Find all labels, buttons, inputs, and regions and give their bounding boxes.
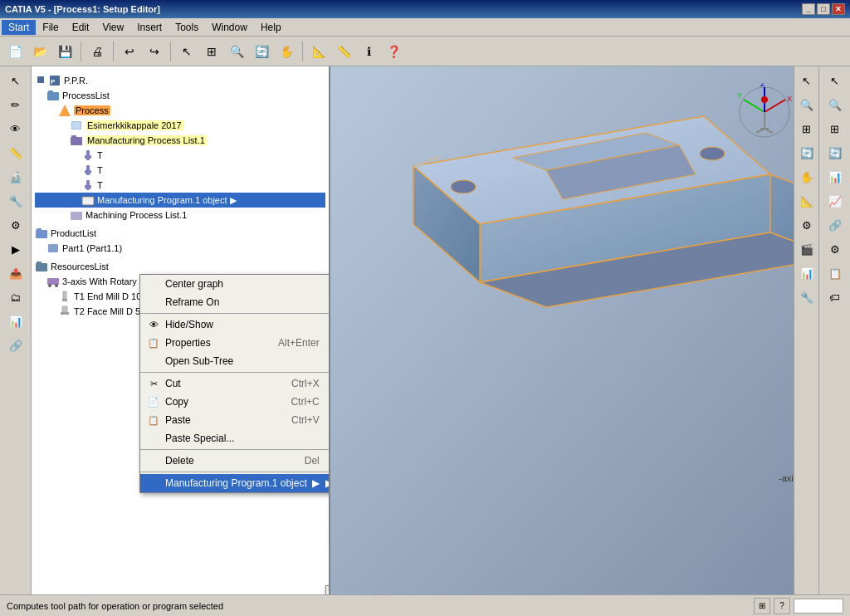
tree-panel[interactable]: P P.P.R. ProcessList Process: [32, 66, 330, 594]
toolbar-new[interactable]: 📄: [3, 40, 27, 63]
svg-rect-23: [47, 278, 59, 285]
sidebar-icon-misc2[interactable]: 📊: [5, 310, 27, 332]
ctx-cut[interactable]: ✂ Cut Ctrl+X: [140, 374, 330, 393]
vp-tool-3[interactable]: ⊞: [796, 118, 818, 139]
tree-item-part1[interactable]: Part1 (Part1.1): [35, 241, 325, 256]
tree-item-productlist[interactable]: ProductList: [35, 226, 325, 241]
minimize-button[interactable]: _: [802, 3, 815, 15]
ctx-properties-label: Properties: [165, 337, 211, 349]
sidebar-icon-misc3[interactable]: 🔗: [5, 335, 27, 356]
rs-icon-1[interactable]: ↖: [824, 70, 846, 91]
menu-tools[interactable]: Tools: [169, 20, 205, 35]
tree-item-esimerkkikappale[interactable]: Esimerkkikappale 2017: [35, 118, 325, 133]
toolbar-select[interactable]: ↖: [175, 40, 198, 63]
t3-icon: [81, 178, 95, 192]
ctx-copy-shortcut: Ctrl+C: [291, 396, 319, 408]
toolbar-zoom-fit[interactable]: ⊞: [200, 40, 223, 63]
toolbar-print[interactable]: 🖨: [85, 40, 109, 63]
svg-rect-22: [37, 262, 42, 265]
rs-icon-5[interactable]: 📊: [824, 166, 846, 188]
svg-rect-29: [61, 312, 69, 315]
sidebar-icon-sketch[interactable]: ✏: [5, 94, 27, 115]
ctx-delete-icon: [147, 454, 160, 467]
toolbar-open[interactable]: 📂: [28, 40, 51, 63]
ctx-copy-icon: 📄: [147, 395, 160, 408]
toolbar-pan[interactable]: ✋: [275, 40, 298, 63]
menu-edit[interactable]: Edit: [66, 20, 96, 35]
rs-icon-10[interactable]: 🏷: [824, 286, 846, 308]
toolbar-redo[interactable]: ↪: [143, 40, 166, 63]
menu-file[interactable]: File: [36, 20, 65, 35]
vp-tool-5[interactable]: ✋: [796, 166, 818, 188]
rs-icon-3[interactable]: ⊞: [824, 118, 846, 139]
ctx-mfg-program-icon: [147, 477, 160, 490]
ctx-paste-special[interactable]: Paste Special...: [140, 429, 330, 447]
vp-tool-2[interactable]: 🔍: [796, 94, 818, 115]
tree-item-ppr[interactable]: P P.P.R.: [35, 73, 325, 88]
toolbar-snap[interactable]: 📐: [307, 40, 330, 63]
toolbar-help[interactable]: ❓: [382, 40, 405, 63]
menu-help[interactable]: Help: [254, 20, 288, 35]
sidebar-icon-misc1[interactable]: 🗂: [5, 286, 27, 308]
sidebar-icon-nc[interactable]: ⚙: [5, 214, 27, 236]
toolbar-undo[interactable]: ↩: [118, 40, 141, 63]
tree-item-resourceslist[interactable]: ResourcesList: [35, 259, 325, 274]
svg-text:Y: Y: [737, 91, 742, 100]
ctx-hide-show[interactable]: 👁 Hide/Show: [140, 315, 330, 334]
status-btn-2[interactable]: ?: [774, 598, 790, 614]
menu-insert[interactable]: Insert: [130, 20, 169, 35]
vp-tool-10[interactable]: 🔧: [796, 286, 818, 308]
rs-icon-9[interactable]: 📋: [824, 262, 846, 284]
tree-item-t2[interactable]: T: [35, 163, 325, 178]
rs-icon-6[interactable]: 📈: [824, 190, 846, 212]
sidebar-icon-measure[interactable]: 📏: [5, 142, 27, 164]
ctx-properties[interactable]: 📋 Properties Alt+Enter: [140, 334, 330, 352]
menu-view[interactable]: View: [95, 20, 130, 35]
close-button[interactable]: ✕: [832, 3, 845, 15]
vp-tool-4[interactable]: 🔄: [796, 142, 818, 164]
rs-icon-2[interactable]: 🔍: [824, 94, 846, 115]
sidebar-icon-output[interactable]: 📤: [5, 262, 27, 284]
part1-icon: [46, 242, 60, 255]
ctx-delete[interactable]: Delete Del: [140, 452, 330, 470]
toolbar-zoom-in[interactable]: 🔍: [225, 40, 248, 63]
sidebar-icon-analyze[interactable]: 🔬: [5, 166, 27, 188]
sidebar-icon-tools[interactable]: 🔧: [5, 190, 27, 212]
toolbar-rotate[interactable]: 🔄: [250, 40, 273, 63]
tree-item-mfg-list[interactable]: Manufacturing Process List.1: [35, 133, 325, 148]
ctx-reframe-on[interactable]: Reframe On: [140, 293, 330, 311]
ctx-copy[interactable]: 📄 Copy Ctrl+C: [140, 393, 330, 411]
vp-tool-6[interactable]: 📐: [796, 190, 818, 212]
tree-item-mfg-program[interactable]: Manufacturing Program.1 object ▶: [35, 193, 325, 208]
svg-line-60: [744, 100, 765, 112]
vp-tool-7[interactable]: ⚙: [796, 214, 818, 236]
viewport[interactable]: -axis for Part Operation.1 X Y Z: [330, 66, 818, 594]
status-btn-1[interactable]: ⊞: [754, 598, 770, 614]
svg-rect-26: [63, 291, 66, 300]
vp-tool-9[interactable]: 📊: [796, 262, 818, 284]
toolbar-info[interactable]: ℹ: [357, 40, 380, 63]
rs-icon-4[interactable]: 🔄: [824, 142, 846, 164]
sidebar-icon-view[interactable]: 👁: [5, 118, 27, 139]
ctx-paste[interactable]: 📋 Paste Ctrl+V: [140, 411, 330, 429]
sidebar-icon-select[interactable]: ↖: [5, 70, 27, 91]
tree-item-mfg-list-link[interactable]: Machining Process List.1: [35, 208, 325, 222]
tree-item-t3[interactable]: T: [35, 178, 325, 193]
toolbar-measure[interactable]: 📏: [332, 40, 355, 63]
vp-tool-1[interactable]: ↖: [796, 70, 818, 91]
tree-item-process[interactable]: Process: [35, 103, 325, 118]
ctx-open-subtree[interactable]: Open Sub-Tree: [140, 352, 330, 370]
ctx-mfg-program-obj[interactable]: Manufacturing Program.1 object ▶: [140, 474, 330, 492]
tree-item-t1[interactable]: T: [35, 148, 325, 163]
toolbar-save[interactable]: 💾: [53, 40, 76, 63]
ctx-center-graph[interactable]: Center graph: [140, 275, 330, 293]
t3-label: T: [97, 180, 103, 190]
rs-icon-8[interactable]: ⚙: [824, 238, 846, 260]
maximize-button[interactable]: □: [817, 3, 830, 15]
menu-start[interactable]: Start: [2, 20, 36, 35]
menu-window[interactable]: Window: [205, 20, 254, 35]
tree-item-processlist[interactable]: ProcessList: [35, 88, 325, 103]
vp-tool-8[interactable]: 🎬: [796, 238, 818, 260]
rs-icon-7[interactable]: 🔗: [824, 214, 846, 236]
sidebar-icon-sim[interactable]: ▶: [5, 238, 27, 260]
